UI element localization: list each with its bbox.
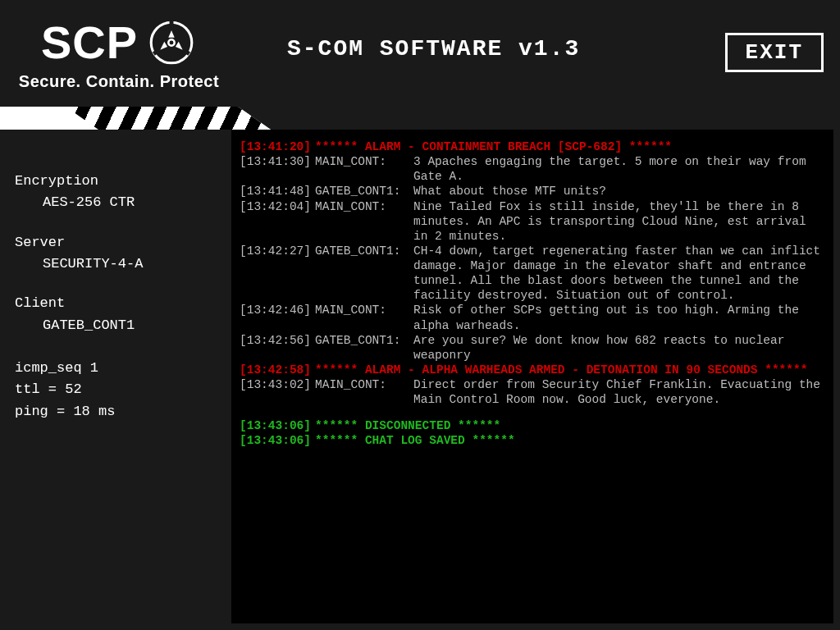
- svg-point-0: [151, 22, 192, 63]
- log-timestamp: [13:41:30]: [240, 154, 315, 169]
- log-alarm-line: [13:43:06]****** DISCONNECTED ******: [240, 418, 822, 433]
- log-message: Risk of other SCPs getting out is too hi…: [413, 303, 822, 332]
- log-speaker: GATEB_CONT1:: [315, 244, 413, 258]
- svg-line-7: [183, 49, 189, 53]
- ttl: ttl = 52: [15, 379, 225, 400]
- log-line: [13:43:02]MAIN_CONT:Direct order from Se…: [240, 377, 822, 407]
- log-speaker: MAIN_CONT:: [315, 377, 413, 392]
- log-timestamp: [13:41:48]: [240, 184, 315, 199]
- exit-button[interactable]: EXIT: [725, 33, 824, 72]
- log-timestamp: [13:42:04]: [240, 199, 315, 214]
- log-speaker: MAIN_CONT:: [315, 303, 413, 317]
- log-alarm-line: [13:43:06]****** CHAT LOG SAVED ******: [240, 433, 822, 448]
- log-timestamp: [13:42:56]: [240, 333, 315, 348]
- server-value: SECURITY-4-A: [15, 253, 225, 275]
- log-message: Nine Tailed Fox is still inside, they'll…: [413, 199, 822, 244]
- log-line: [13:42:27]GATEB_CONT1:CH-4 down, target …: [240, 244, 822, 304]
- logo-text: SCP: [41, 16, 138, 69]
- log-speaker: MAIN_CONT:: [315, 154, 413, 169]
- log-message: 3 Apaches engaging the target. 5 more on…: [413, 154, 822, 184]
- log-timestamp: [13:43:02]: [240, 377, 315, 392]
- icmp-seq: icmp_seq 1: [15, 358, 225, 379]
- log-timestamp: [13:42:46]: [240, 303, 315, 317]
- log-message: ****** CHAT LOG SAVED ******: [315, 433, 822, 448]
- logo-tagline: Secure. Contain. Protect: [19, 72, 219, 91]
- svg-line-6: [153, 49, 159, 53]
- log-message: Direct order from Security Chief Frankli…: [413, 377, 822, 407]
- log-alarm-line: [13:42:58]****** ALARM - ALPHA WARHEADS …: [240, 363, 822, 377]
- log-message: CH-4 down, target regenerating faster th…: [413, 244, 822, 304]
- client-label: Client: [15, 293, 225, 314]
- terminal-log: [13:41:20]****** ALARM - CONTAINMENT BRE…: [231, 130, 833, 623]
- log-message: ****** ALARM - ALPHA WARHEADS ARMED - DE…: [315, 363, 822, 377]
- svg-marker-2: [160, 41, 167, 49]
- scp-logo-icon: [146, 17, 197, 68]
- log-timestamp: [13:41:20]: [240, 139, 315, 154]
- log-line: [13:42:46]MAIN_CONT:Risk of other SCPs g…: [240, 303, 822, 332]
- log-message: What about those MTF units?: [413, 184, 822, 199]
- log-alarm-line: [13:41:20]****** ALARM - CONTAINMENT BRE…: [240, 139, 822, 154]
- log-message: Are you sure? We dont know how 682 react…: [413, 333, 822, 363]
- logo-box: SCP: [0, 0, 238, 107]
- sidebar: Encryption AES-256 CTR Server SECURITY-4…: [0, 148, 231, 630]
- log-timestamp: [13:43:06]: [240, 433, 315, 448]
- log-line: [13:42:56]GATEB_CONT1:Are you sure? We d…: [240, 333, 822, 363]
- svg-point-4: [168, 39, 174, 45]
- log-speaker: MAIN_CONT:: [315, 199, 413, 214]
- log-line: [13:42:04]MAIN_CONT:Nine Tailed Fox is s…: [240, 199, 822, 244]
- encryption-label: Encryption: [15, 171, 225, 192]
- log-message: ****** DISCONNECTED ******: [315, 418, 822, 433]
- server-label: Server: [15, 232, 225, 253]
- app-title: S-COM SOFTWARE v1.3: [287, 36, 717, 62]
- network-stats: icmp_seq 1 ttl = 52 ping = 18 ms: [15, 358, 225, 422]
- svg-marker-3: [176, 41, 183, 49]
- log-timestamp: [13:42:27]: [240, 244, 315, 258]
- svg-marker-1: [168, 30, 174, 38]
- log-speaker: GATEB_CONT1:: [315, 184, 413, 199]
- client-value: GATEB_CONT1: [15, 315, 225, 336]
- log-timestamp: [13:42:58]: [240, 363, 315, 377]
- log-speaker: GATEB_CONT1:: [315, 333, 413, 348]
- hazard-stripes-icon: [66, 107, 279, 130]
- log-line: [13:41:30]MAIN_CONT:3 Apaches engaging t…: [240, 154, 822, 184]
- log-timestamp: [13:43:06]: [240, 418, 315, 433]
- header: SCP: [0, 0, 840, 107]
- encryption-value: AES-256 CTR: [15, 192, 225, 213]
- log-line: [13:41:48]GATEB_CONT1:What about those M…: [240, 184, 822, 199]
- log-message: ****** ALARM - CONTAINMENT BREACH [SCP-6…: [315, 139, 822, 154]
- ping: ping = 18 ms: [15, 401, 225, 422]
